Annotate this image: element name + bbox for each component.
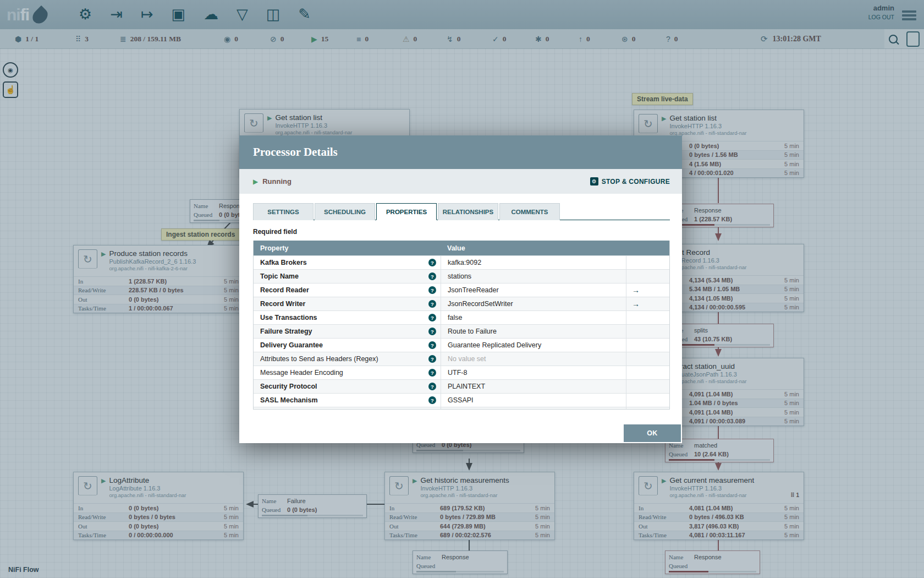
go-to-service-icon[interactable]: →	[632, 299, 640, 308]
tab-comments[interactable]: COMMENTS	[499, 203, 560, 220]
property-row: Use Transactions?false	[254, 310, 669, 324]
property-row: Message Header Encoding?UTF-8	[254, 366, 669, 379]
help-icon[interactable]: ?	[428, 383, 436, 390]
tab-scheduling[interactable]: SCHEDULING	[315, 203, 375, 220]
property-value[interactable]: kafka:9092	[441, 256, 626, 269]
property-row: Attributes to Send as Headers (Regex)?No…	[254, 352, 669, 366]
help-icon[interactable]: ?	[428, 272, 436, 280]
help-icon[interactable]: ?	[428, 396, 436, 404]
property-row: Failure Strategy?Route to Failure	[254, 324, 669, 338]
help-icon[interactable]: ?	[428, 259, 436, 266]
tab-relationships[interactable]: RELATIONSHIPS	[438, 203, 498, 220]
dialog-header: Processor Details	[239, 135, 682, 169]
property-name: Topic Name	[254, 272, 299, 280]
property-value[interactable]: false	[441, 311, 626, 324]
properties-table-body: Kafka Brokers?kafka:9092Topic Name?stati…	[254, 255, 669, 410]
run-state: ▶ Running	[253, 177, 292, 186]
dialog-tabs: SETTINGSSCHEDULINGPROPERTIESRELATIONSHIP…	[253, 203, 670, 220]
ok-button[interactable]: OK	[624, 424, 681, 442]
property-name: Use Transactions	[254, 314, 317, 321]
property-row: Topic Name?stations	[254, 269, 669, 283]
required-field-note: Required field	[253, 228, 668, 236]
property-value[interactable]: No value set	[441, 407, 626, 410]
property-value[interactable]: GSSAPI	[441, 394, 626, 407]
property-name: Message Header Encoding	[254, 369, 343, 377]
property-value[interactable]: JsonRecordSetWriter	[441, 297, 626, 310]
property-row: Delivery Guarantee?Guarantee Replicated …	[254, 338, 669, 352]
help-icon[interactable]: ?	[428, 314, 436, 321]
running-icon: ▶	[253, 178, 258, 186]
help-icon[interactable]: ?	[428, 355, 436, 363]
tab-settings[interactable]: SETTINGS	[253, 203, 314, 220]
help-icon[interactable]: ?	[428, 300, 436, 308]
property-value[interactable]: No value set	[441, 352, 626, 366]
stop-and-configure-button[interactable]: ⚙ STOP & CONFIGURE	[590, 177, 670, 186]
value-column-header: Value	[441, 244, 626, 252]
property-row: Record Writer?JsonRecordSetWriter→	[254, 297, 669, 310]
property-row: SASL Mechanism?GSSAPI	[254, 393, 669, 407]
property-value[interactable]: PLAINTEXT	[441, 380, 626, 393]
property-row: Kerberos Credentials Service?No value se…	[254, 407, 669, 410]
help-icon[interactable]: ?	[428, 328, 436, 335]
property-name: Record Reader	[254, 286, 309, 294]
property-value[interactable]: stations	[441, 270, 626, 283]
properties-table: Property Value Kafka Brokers?kafka:9092T…	[253, 241, 670, 410]
dialog-status-row: ▶ Running ⚙ STOP & CONFIGURE	[239, 169, 682, 194]
help-icon[interactable]: ?	[428, 369, 436, 377]
property-name: Attributes to Send as Headers (Regex)	[254, 355, 378, 363]
help-icon[interactable]: ?	[428, 286, 436, 294]
property-value[interactable]: Guarantee Replicated Delivery	[441, 339, 626, 352]
go-to-service-icon[interactable]: →	[632, 286, 640, 295]
gear-icon: ⚙	[590, 177, 598, 186]
property-name: Security Protocol	[254, 383, 317, 390]
property-row: Kafka Brokers?kafka:9092	[254, 255, 669, 269]
property-value[interactable]: JsonTreeReader	[441, 283, 626, 297]
property-name: Record Writer	[254, 300, 305, 308]
property-name: Kafka Brokers	[254, 259, 307, 266]
run-status-text: Running	[262, 177, 292, 186]
property-column-header: Property	[254, 244, 441, 252]
help-icon[interactable]: ?	[428, 341, 436, 349]
nifi-app: nifi ⚙⇥↦▣☁▽◫✎ admin LOG OUT ⟳ 13:01:28 G…	[0, 0, 924, 578]
property-name: Failure Strategy	[254, 328, 312, 335]
processor-details-dialog: Processor Details ▶ Running ⚙ STOP & CON…	[239, 135, 682, 443]
tab-properties[interactable]: PROPERTIES	[376, 203, 437, 220]
properties-table-header: Property Value	[254, 241, 669, 255]
property-name: Delivery Guarantee	[254, 341, 323, 349]
property-row: Record Reader?JsonTreeReader→	[254, 283, 669, 297]
property-value[interactable]: UTF-8	[441, 366, 626, 379]
property-value[interactable]: Route to Failure	[441, 325, 626, 338]
dialog-title: Processor Details	[253, 145, 338, 159]
property-row: Security Protocol?PLAINTEXT	[254, 379, 669, 393]
property-name: SASL Mechanism	[254, 396, 318, 404]
